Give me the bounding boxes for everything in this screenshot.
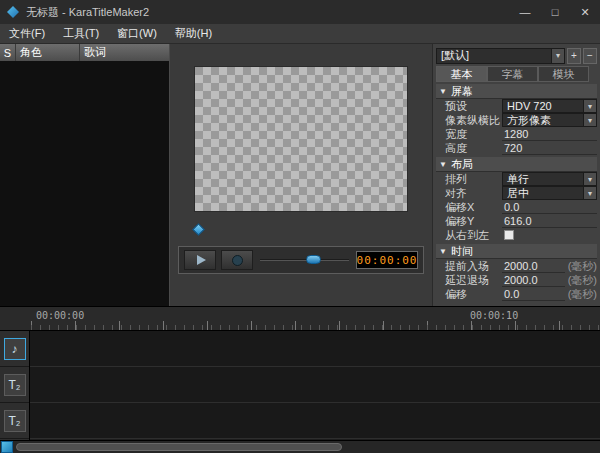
timeline-panel: 00:00:00 00:00:10 ♪ T₂ T₂ bbox=[0, 306, 600, 453]
play-icon bbox=[197, 255, 206, 265]
scrollbar-corner-button[interactable] bbox=[1, 441, 13, 453]
collapse-arrow-icon: ▼ bbox=[439, 160, 447, 169]
playhead-diamond-icon[interactable] bbox=[192, 223, 205, 236]
pixel-aspect-value: 方形像素 bbox=[507, 113, 551, 127]
tab-subtitle[interactable]: 字幕 bbox=[487, 66, 538, 82]
timeline-tracks: ♪ T₂ T₂ bbox=[0, 331, 600, 440]
lag-out-field[interactable]: 2000.0 bbox=[502, 274, 565, 287]
pixel-aspect-label: 像素纵横比 bbox=[436, 113, 502, 128]
row-arrange: 排列 单行 ▾ bbox=[436, 172, 597, 186]
record-button[interactable] bbox=[221, 250, 253, 270]
preset-value: HDV 720 bbox=[507, 100, 552, 112]
chevron-down-icon[interactable]: ▾ bbox=[551, 49, 564, 63]
arrange-label: 排列 bbox=[436, 172, 502, 187]
chevron-down-icon[interactable]: ▾ bbox=[583, 187, 596, 199]
width-label: 宽度 bbox=[436, 127, 502, 142]
section-header-layout[interactable]: ▼ 布局 bbox=[436, 157, 597, 172]
row-pixel-aspect: 像素纵横比 方形像素 ▾ bbox=[436, 113, 597, 127]
column-header-s[interactable]: S bbox=[0, 44, 16, 61]
window-title: 无标题 - KaraTitleMaker2 bbox=[26, 5, 149, 20]
section-header-screen[interactable]: ▼ 屏幕 bbox=[436, 84, 597, 99]
ruler-label-start: 00:00:00 bbox=[36, 310, 84, 321]
title-bar: 无标题 - KaraTitleMaker2 — □ ✕ bbox=[0, 0, 600, 24]
track-header-audio[interactable]: ♪ bbox=[0, 331, 29, 367]
track-lane-text-2[interactable] bbox=[30, 403, 600, 439]
row-lead-in: 提前入场 2000.0 (毫秒) bbox=[436, 259, 597, 273]
chevron-down-icon[interactable]: ▾ bbox=[583, 114, 596, 126]
lyrics-table-body[interactable] bbox=[0, 61, 169, 306]
maximize-button[interactable]: □ bbox=[540, 0, 570, 24]
rtl-checkbox[interactable] bbox=[504, 230, 514, 240]
preset-label: 预设 bbox=[436, 99, 502, 114]
play-button[interactable] bbox=[184, 250, 216, 270]
chevron-down-icon[interactable]: ▾ bbox=[583, 100, 596, 112]
time-offset-field[interactable]: 0.0 bbox=[502, 288, 565, 301]
row-preset: 预设 HDV 720 ▾ bbox=[436, 99, 597, 113]
record-icon bbox=[232, 255, 243, 266]
row-offset-x: 偏移X 0.0 bbox=[436, 200, 597, 214]
rtl-label: 从右到左 bbox=[436, 228, 502, 243]
horizontal-scrollbar[interactable] bbox=[0, 440, 600, 453]
collapse-arrow-icon: ▼ bbox=[439, 247, 447, 256]
offset-x-label: 偏移X bbox=[436, 200, 502, 215]
properties-panel: [默认] ▾ + − 基本 字幕 模块 ▼ 屏幕 预设 HDV 720 ▾ bbox=[432, 44, 600, 306]
track-header-text-1[interactable]: T₂ bbox=[0, 367, 29, 403]
timeline-ruler[interactable]: 00:00:00 00:00:10 bbox=[0, 307, 600, 331]
add-preset-button[interactable]: + bbox=[567, 48, 581, 64]
track-lane-text-1[interactable] bbox=[30, 367, 600, 403]
section-header-time[interactable]: ▼ 时间 bbox=[436, 244, 597, 259]
section-title-layout: 布局 bbox=[451, 157, 473, 172]
remove-preset-button[interactable]: − bbox=[583, 48, 597, 64]
music-note-icon[interactable]: ♪ bbox=[4, 338, 26, 360]
track-lanes bbox=[30, 331, 600, 440]
lyrics-panel: S 角色 歌词 bbox=[0, 44, 170, 306]
offset-x-field[interactable]: 0.0 bbox=[502, 201, 597, 214]
height-field[interactable]: 720 bbox=[502, 142, 597, 155]
align-value: 居中 bbox=[507, 186, 529, 200]
menu-tools[interactable]: 工具(T) bbox=[54, 24, 108, 43]
lag-out-unit: (毫秒) bbox=[568, 273, 597, 288]
width-field[interactable]: 1280 bbox=[502, 128, 597, 141]
seek-strip[interactable] bbox=[193, 218, 409, 246]
row-lag-out: 延迟退场 2000.0 (毫秒) bbox=[436, 273, 597, 287]
row-rtl: 从右到左 bbox=[436, 228, 597, 242]
row-width: 宽度 1280 bbox=[436, 127, 597, 141]
lead-in-unit: (毫秒) bbox=[568, 259, 597, 274]
lyrics-table-header: S 角色 歌词 bbox=[0, 44, 169, 61]
preview-panel: 00:00:00 bbox=[170, 44, 432, 306]
style-preset-select[interactable]: [默认] ▾ bbox=[436, 48, 565, 64]
row-time-offset: 偏移 0.0 (毫秒) bbox=[436, 287, 597, 301]
preset-select[interactable]: HDV 720 ▾ bbox=[502, 99, 597, 113]
align-label: 对齐 bbox=[436, 186, 502, 201]
app-logo-icon bbox=[7, 6, 19, 18]
align-select[interactable]: 居中 ▾ bbox=[502, 186, 597, 200]
arrange-select[interactable]: 单行 ▾ bbox=[502, 172, 597, 186]
tab-module[interactable]: 模块 bbox=[538, 66, 589, 82]
offset-y-field[interactable]: 616.0 bbox=[502, 215, 597, 228]
close-button[interactable]: ✕ bbox=[570, 0, 600, 24]
transport-bar: 00:00:00 bbox=[178, 246, 424, 274]
scrollbar-handle[interactable] bbox=[16, 443, 342, 451]
row-align: 对齐 居中 ▾ bbox=[436, 186, 597, 200]
pixel-aspect-select[interactable]: 方形像素 ▾ bbox=[502, 113, 597, 127]
preview-canvas[interactable] bbox=[194, 66, 408, 212]
lead-in-label: 提前入场 bbox=[436, 259, 502, 274]
ruler-minor-ticks bbox=[31, 325, 600, 330]
track-lane-audio[interactable] bbox=[30, 331, 600, 367]
lead-in-field[interactable]: 2000.0 bbox=[502, 260, 565, 273]
menu-file[interactable]: 文件(F) bbox=[0, 24, 54, 43]
minimize-button[interactable]: — bbox=[510, 0, 540, 24]
tab-basic[interactable]: 基本 bbox=[436, 66, 487, 82]
menu-window[interactable]: 窗口(W) bbox=[108, 24, 166, 43]
slider-handle[interactable] bbox=[306, 255, 321, 264]
progress-slider[interactable] bbox=[258, 250, 351, 270]
menu-help[interactable]: 帮助(H) bbox=[166, 24, 221, 43]
track-header-text-2[interactable]: T₂ bbox=[0, 403, 29, 439]
row-height: 高度 720 bbox=[436, 141, 597, 155]
text-track-icon[interactable]: T₂ bbox=[4, 374, 26, 396]
text-track-icon[interactable]: T₂ bbox=[4, 410, 26, 432]
column-header-lyrics[interactable]: 歌词 bbox=[80, 44, 169, 61]
column-header-role[interactable]: 角色 bbox=[16, 44, 80, 61]
time-offset-label: 偏移 bbox=[436, 287, 502, 302]
chevron-down-icon[interactable]: ▾ bbox=[583, 173, 596, 185]
